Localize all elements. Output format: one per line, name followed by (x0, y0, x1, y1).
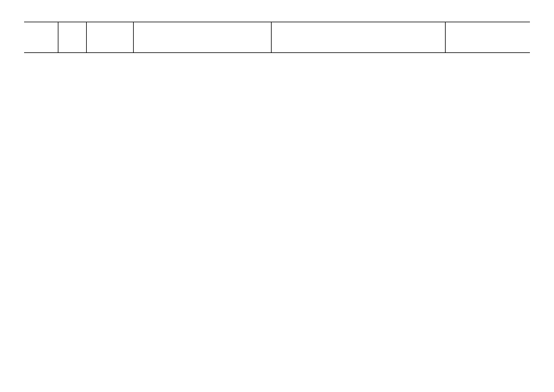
table-cell (24, 22, 58, 53)
table-cell (445, 22, 530, 53)
table-cell (271, 22, 445, 53)
table-cell (58, 22, 86, 53)
table-container (24, 22, 530, 53)
table-row (24, 22, 530, 53)
table-cell (133, 22, 271, 53)
data-table (24, 22, 530, 53)
table-cell (86, 22, 133, 53)
